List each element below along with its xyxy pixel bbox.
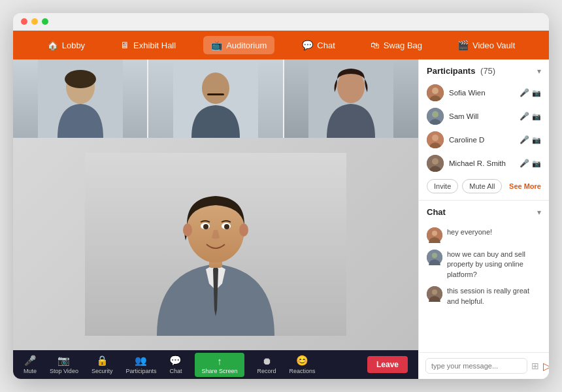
video-thumb-1 [13,59,147,138]
nav-item-auditorium[interactable]: 📺 Auditorium [203,36,274,54]
browser-dot-red[interactable] [21,18,27,25]
see-more-button[interactable]: See More [509,182,541,190]
send-icon[interactable]: ▷ [543,360,549,372]
nav-item-lobby[interactable]: 🏠 Lobby [39,36,93,54]
participant-avatar-3 [427,131,444,148]
zoom-toolbar: 🎤 Mute 📷 Stop Video 🔒 Security 👥 [13,350,418,379]
chat-header: Chat ▾ [419,201,549,222]
mute-icon: 🎤 [24,355,37,367]
participants-label: Participants [125,368,156,374]
participant-item-1: Sofia Wien 🎤 📷 [419,81,549,105]
person-silhouette-1 [38,59,123,138]
record-label: Record [257,368,276,374]
participant-avatar-1 [427,84,444,101]
svg-point-27 [432,231,437,236]
svg-point-23 [432,135,438,141]
svg-point-2 [65,70,96,88]
svg-point-29 [432,253,437,258]
nav-item-exhibit-hall[interactable]: 🖥 Exhibit Hall [112,36,184,54]
participants-title-text: Participants [427,66,475,76]
chat-messages: hey everyone! how we can [419,222,549,352]
participant-name-4: Michael R. Smith [449,159,514,167]
participants-title: Participants (75) [427,66,495,76]
svg-point-19 [432,88,438,94]
browser-window: 🏠 Lobby 🖥 Exhibit Hall 📺 Auditorium 💬 Ch… [13,13,549,379]
video-thumb-3 [284,59,418,138]
svg-point-12 [183,223,192,237]
chat-chevron-icon[interactable]: ▾ [537,208,541,217]
chat-avatar-3 [427,286,442,302]
video-vault-icon: 🎬 [457,40,469,50]
participants-chevron-icon[interactable]: ▾ [537,67,541,76]
exhibit-icon: 🖥 [120,40,129,50]
person-silhouette-3 [308,59,393,138]
chat-text-3: this session is really great and helpful… [447,286,541,306]
avatar-silhouette-3 [427,131,444,148]
chat-text-1: hey everyone! [447,227,492,237]
nav-item-swag-bag[interactable]: 🛍 Swag Bag [363,36,430,54]
invite-button[interactable]: Invite [427,179,458,193]
mic-on-icon-3: 🎤 [520,135,529,144]
mic-off-icon-2: 🎤 [520,112,529,121]
video-area: 🎤 Mute 📷 Stop Video 🔒 Security 👥 [13,59,418,379]
swag-icon: 🛍 [371,40,380,50]
participant-icons-2: 🎤 📷 [520,112,541,121]
participant-avatar-4 [427,155,444,172]
chat-nav-icon: 💬 [302,40,313,50]
svg-point-21 [432,111,438,118]
cam-icon-2: 📷 [532,112,541,121]
browser-dot-green[interactable] [42,18,48,25]
nav-auditorium-label: Auditorium [226,41,267,50]
svg-point-13 [239,223,248,237]
top-nav: 🏠 Lobby 🖥 Exhibit Hall 📺 Auditorium 💬 Ch… [13,31,549,59]
attach-icon[interactable]: ⊞ [531,361,539,371]
mute-label: Mute [24,368,37,374]
mic-on-icon-1: 🎤 [520,88,529,97]
participants-button[interactable]: 👥 Participants [125,355,156,374]
participants-section: Participants (75) ▾ [419,59,549,201]
nav-item-chat[interactable]: 💬 Chat [294,36,342,54]
reactions-button[interactable]: 😊 Reactions [289,355,316,374]
chat-message-3: this session is really great and helpful… [427,286,541,306]
main-content: 🎤 Mute 📷 Stop Video 🔒 Security 👥 [13,59,549,379]
share-screen-label: Share Screen [201,368,237,374]
mute-all-button[interactable]: Mute All [462,179,502,193]
chat-av-svg-3 [427,286,442,302]
security-button[interactable]: 🔒 Security [91,355,113,374]
reactions-icon: 😊 [296,355,308,367]
nav-exhibit-label: Exhibit Hall [133,41,176,50]
record-button[interactable]: ⏺ Record [257,355,276,374]
share-screen-icon: ↑ [217,355,222,367]
chat-toolbar-icon: 💬 [169,355,182,367]
toolbar-left: 🎤 Mute 📷 Stop Video 🔒 Security 👥 [24,353,316,377]
chat-avatar-1 [427,227,442,243]
svg-point-17 [224,224,229,229]
svg-point-31 [432,289,437,295]
participant-avatar-2 [427,108,444,125]
participants-count: (75) [480,66,495,76]
chat-text-2: how we can buy and sell property by usin… [447,250,541,280]
chat-toolbar-button[interactable]: 💬 Chat [169,355,182,374]
leave-button[interactable]: Leave [367,356,408,373]
browser-dot-yellow[interactable] [31,18,38,25]
share-screen-button[interactable]: ↑ Share Screen [195,353,244,377]
chat-input[interactable] [425,358,527,374]
app-container: 🏠 Lobby 🖥 Exhibit Hall 📺 Auditorium 💬 Ch… [13,31,549,379]
nav-lobby-label: Lobby [62,41,85,50]
home-icon: 🏠 [47,40,58,50]
mute-button[interactable]: 🎤 Mute [24,355,37,374]
security-icon: 🔒 [96,355,108,367]
chat-message-1: hey everyone! [427,227,541,243]
participant-item-3: Caroline D 🎤 📷 [419,128,549,152]
stop-video-label: Stop Video [50,368,78,374]
participant-icons-3: 🎤 📷 [520,135,541,144]
video-thumb-2 [148,59,282,138]
camera-icon: 📷 [58,355,70,367]
right-panel: Participants (75) ▾ [418,59,549,379]
svg-point-16 [203,224,208,229]
participant-item-2: Sam Will 🎤 📷 [419,105,549,128]
chat-input-area: ⊞ ▷ [419,352,549,379]
mic-off-icon-4: 🎤 [520,159,529,168]
nav-item-video-vault[interactable]: 🎬 Video Vault [450,36,523,54]
stop-video-button[interactable]: 📷 Stop Video [50,355,78,374]
